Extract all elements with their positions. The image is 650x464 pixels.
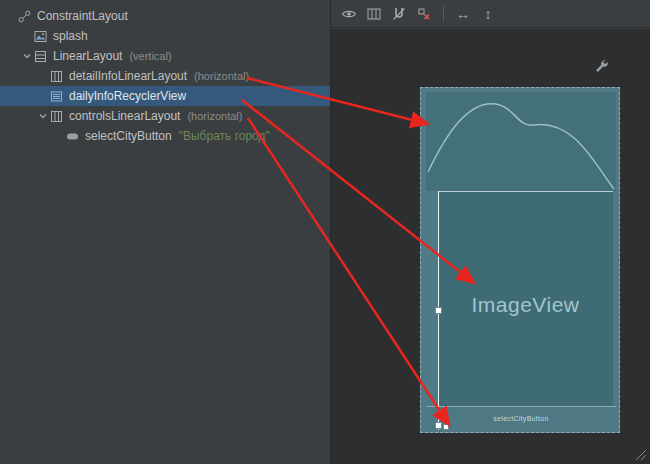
- tree-item-label: dailyInfoRecyclerView: [69, 86, 186, 106]
- tree-item-annotation: (horizontal): [187, 106, 242, 126]
- selection-handle-middle[interactable]: [435, 307, 442, 314]
- tree-item-linearlayout[interactable]: LinearLayout (vertical): [0, 46, 330, 66]
- view-options-icon[interactable]: [340, 5, 358, 23]
- controls-area[interactable]: selectCityButton: [426, 406, 616, 430]
- tree-item-text-value: "Выбрать город": [179, 126, 270, 146]
- chevron-slot: [36, 86, 49, 106]
- toolbar-separator: [443, 6, 444, 22]
- button-icon: [65, 126, 80, 146]
- chevron-slot: [20, 26, 33, 46]
- tree-item-constraintlayout[interactable]: ConstraintLayout: [0, 6, 330, 26]
- tree-item-label: controlsLinearLayout: [69, 106, 180, 126]
- tree-item-label: detailInfoLinearLayout: [69, 66, 187, 86]
- detail-info-area[interactable]: [426, 92, 616, 191]
- component-tree-panel: ConstraintLayout splash LinearLayout (ve…: [0, 0, 330, 464]
- constraintlayout-icon: [17, 6, 32, 26]
- resize-grip-icon[interactable]: [632, 446, 648, 462]
- chevron-slot: [36, 66, 49, 86]
- linearlayout-horizontal-icon: [49, 106, 64, 126]
- tree-item-annotation: (vertical): [129, 46, 171, 66]
- design-canvas[interactable]: ImageView selectCityButton: [331, 29, 650, 464]
- chevron-slot: [52, 126, 65, 146]
- linearlayout-vertical-icon: [33, 46, 48, 66]
- selection-handle-bottom-2[interactable]: [443, 424, 449, 430]
- image-icon: [33, 26, 48, 46]
- tree-item-annotation: (horizontal): [194, 66, 249, 86]
- tree-item-controlslinearlayout[interactable]: controlsLinearLayout (horizontal): [0, 106, 330, 126]
- selection-handle-bottom[interactable]: [435, 422, 442, 429]
- tree-item-dailyinforecyclerview[interactable]: dailyInfoRecyclerView: [0, 86, 330, 106]
- linearlayout-horizontal-icon: [49, 66, 64, 86]
- chevron-slot: [4, 6, 17, 26]
- layout-editor-window: ConstraintLayout splash LinearLayout (ve…: [0, 0, 650, 464]
- wrench-icon[interactable]: [594, 59, 608, 73]
- design-toolbar: ↔ ↕: [331, 0, 650, 28]
- imageview-placeholder-label: ImageView: [438, 293, 613, 317]
- tree-item-selectcitybutton[interactable]: selectCityButton "Выбрать город": [0, 126, 330, 146]
- tree-item-label: LinearLayout: [53, 46, 122, 66]
- autoconnect-off-icon[interactable]: [390, 5, 408, 23]
- column-guides-icon[interactable]: [365, 5, 383, 23]
- pan-vertical-icon[interactable]: ↕: [479, 5, 497, 23]
- tree-item-label: ConstraintLayout: [37, 6, 128, 26]
- clear-constraints-icon[interactable]: [415, 5, 433, 23]
- chevron-down-icon[interactable]: [20, 46, 33, 66]
- chart-curve: [426, 92, 616, 191]
- design-surface-panel: ↔ ↕ ImageView selectCityButton: [331, 0, 650, 464]
- select-city-button-label: selectCityButton: [493, 415, 548, 422]
- pan-horizontal-icon[interactable]: ↔: [454, 5, 472, 23]
- tree-item-label: selectCityButton: [85, 126, 172, 146]
- recyclerview-icon: [49, 86, 64, 106]
- device-preview[interactable]: ImageView selectCityButton: [420, 87, 620, 433]
- tree-item-label: splash: [53, 26, 88, 46]
- chevron-down-icon[interactable]: [36, 106, 49, 126]
- tree-item-splash[interactable]: splash: [0, 26, 330, 46]
- tree-item-detailinfolinearlayout[interactable]: detailInfoLinearLayout (horizontal): [0, 66, 330, 86]
